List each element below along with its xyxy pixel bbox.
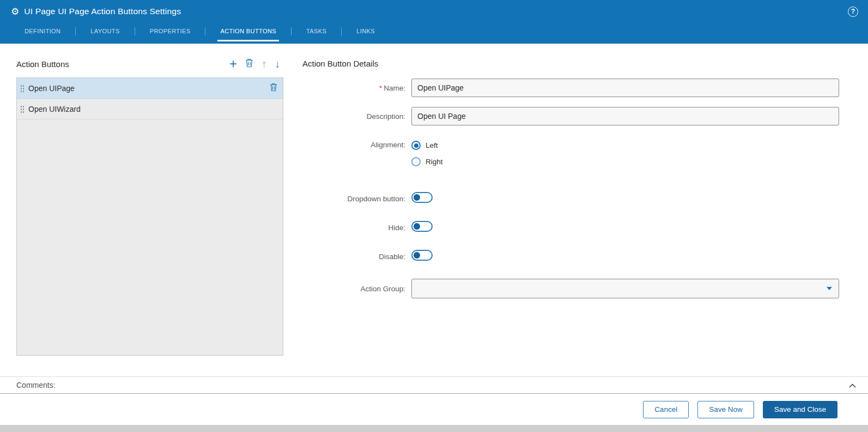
comments-bar: Comments: [0, 376, 868, 394]
description-label: Description: [302, 112, 411, 121]
radio-left-label: Left [426, 141, 438, 149]
move-up-button[interactable]: ↑ [262, 59, 267, 69]
disable-row: Disable: [302, 250, 839, 263]
list-item-label: Open UIWizard [28, 105, 81, 113]
dropdown-button-row: Dropdown button: [302, 192, 839, 205]
action-buttons-panel: Action Buttons + ↑ ↓ [16, 56, 283, 376]
disable-label: Disable: [302, 253, 411, 261]
name-label: *Name: [302, 84, 411, 92]
alignment-row: Alignment: Left Right [302, 141, 839, 173]
action-button-details-panel: Action Button Details *Name: Description… [302, 56, 839, 376]
details-heading: Action Button Details [302, 56, 839, 72]
tab-links[interactable]: LINKS [354, 21, 378, 41]
tab-separator [291, 27, 292, 35]
app-header: ⚙ UI Page UI Page Action Buttons Setting… [0, 0, 868, 44]
move-down-button[interactable]: ↓ [275, 59, 281, 69]
footer-actions: Cancel Save Now Save and Close [0, 394, 868, 425]
hide-row: Hide: [302, 221, 839, 234]
caret-down-icon [827, 287, 832, 290]
description-input[interactable] [411, 107, 839, 125]
list-item-open-uipage[interactable]: Open UIPage [17, 78, 283, 99]
save-and-close-button[interactable]: Save and Close [763, 401, 837, 418]
window-bottom-strip [0, 425, 868, 432]
cancel-button[interactable]: Cancel [643, 401, 689, 418]
drag-handle-icon[interactable] [20, 105, 24, 113]
trash-icon [245, 58, 253, 69]
arrow-up-icon: ↑ [262, 59, 267, 69]
add-button[interactable]: + [229, 57, 237, 70]
plus-icon: + [229, 57, 237, 70]
tab-properties[interactable]: PROPERTIES [147, 21, 193, 41]
dropdown-button-label: Dropdown button: [302, 195, 411, 203]
tab-layouts[interactable]: LAYOUTS [88, 21, 122, 41]
disable-toggle[interactable] [411, 250, 433, 261]
action-buttons-panel-header: Action Buttons + ↑ ↓ [16, 56, 283, 72]
trash-icon [270, 83, 277, 93]
tab-bar: DEFINITION LAYOUTS PROPERTIES ACTION BUT… [0, 21, 868, 41]
settings-window: ⚙ UI Page UI Page Action Buttons Setting… [0, 0, 868, 432]
radio-left[interactable] [411, 141, 421, 150]
radio-right-label: Right [426, 158, 443, 166]
title-row: ⚙ UI Page UI Page Action Buttons Setting… [0, 0, 868, 21]
tab-separator [341, 27, 342, 35]
delete-button[interactable] [245, 58, 253, 69]
comments-collapse-button[interactable] [849, 381, 856, 389]
gear-icon: ⚙ [11, 7, 19, 16]
tab-separator [205, 27, 205, 35]
page-title: UI Page UI Page Action Buttons Settings [24, 7, 181, 16]
tab-separator [135, 27, 135, 35]
main-content: Action Buttons + ↑ ↓ [0, 44, 868, 376]
action-group-label: Action Group: [302, 285, 411, 293]
name-row: *Name: [302, 79, 839, 97]
hide-toggle[interactable] [411, 221, 433, 232]
description-row: Description: [302, 107, 839, 125]
list-item-label: Open UIPage [28, 84, 75, 93]
action-group-select[interactable] [411, 279, 839, 298]
tab-action-buttons[interactable]: ACTION BUTTONS [217, 21, 279, 41]
tab-separator [75, 27, 76, 35]
save-now-button[interactable]: Save Now [697, 401, 754, 418]
list-item-open-uiwizard[interactable]: Open UIWizard [17, 99, 283, 119]
action-buttons-list: Open UIPage Open UIWizard [16, 77, 283, 356]
chevron-up-icon [849, 381, 856, 389]
tab-definition[interactable]: DEFINITION [22, 21, 63, 41]
hide-label: Hide: [302, 224, 411, 232]
drag-handle-icon[interactable] [20, 85, 24, 92]
tab-tasks[interactable]: TASKS [304, 21, 329, 41]
toggle-knob [414, 194, 420, 201]
comments-label: Comments: [16, 381, 56, 389]
list-toolbar: + ↑ ↓ [229, 57, 283, 70]
name-input[interactable] [411, 79, 839, 97]
action-buttons-heading: Action Buttons [16, 59, 69, 69]
alignment-label: Alignment: [302, 141, 411, 149]
row-delete-button[interactable] [270, 83, 277, 93]
toggle-knob [414, 252, 420, 259]
alignment-right-option[interactable]: Right [411, 157, 839, 166]
action-group-row: Action Group: [302, 279, 839, 298]
help-icon[interactable]: ? [848, 7, 858, 17]
dropdown-button-toggle[interactable] [411, 192, 433, 203]
toggle-knob [414, 223, 420, 230]
arrow-down-icon: ↓ [275, 59, 281, 69]
radio-right[interactable] [411, 157, 421, 166]
alignment-left-option[interactable]: Left [411, 141, 839, 150]
required-asterisk: * [379, 84, 382, 92]
